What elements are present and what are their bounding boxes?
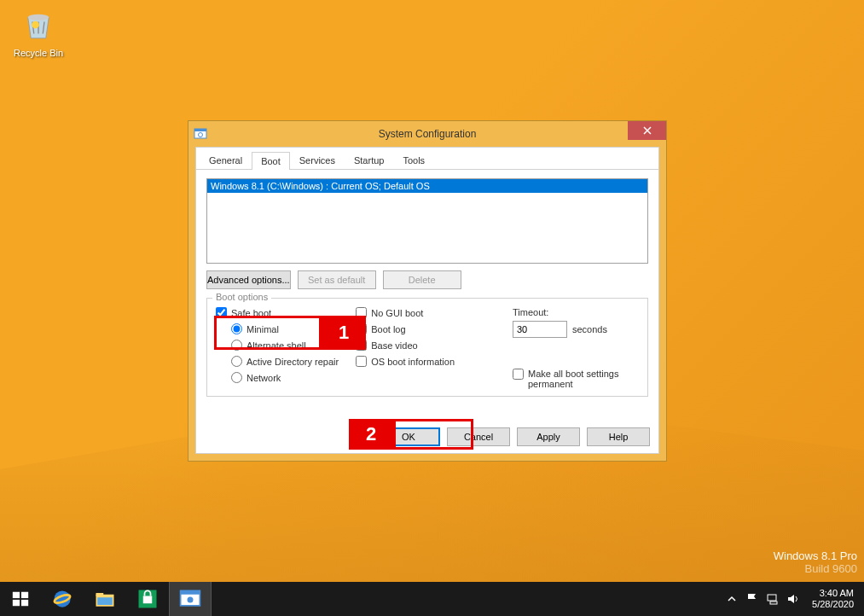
tab-general[interactable]: General (200, 151, 252, 169)
no-gui-boot-checkbox[interactable]: No GUI boot (356, 307, 455, 318)
boot-options-group: Boot options Safe boot Minimal Alternate… (206, 298, 648, 397)
store-icon (136, 587, 159, 611)
apply-button[interactable]: Apply (517, 427, 580, 446)
titlebar[interactable]: System Configuration (188, 121, 666, 147)
tab-boot[interactable]: Boot (252, 152, 290, 170)
taskbar: 3:40 AM 5/28/2020 (0, 582, 864, 616)
svg-rect-13 (97, 597, 113, 605)
file-explorer-icon (93, 587, 117, 611)
desktop-background: Recycle Bin Windows 8.1 Pro Build 9600 S… (0, 0, 864, 616)
os-listbox[interactable]: Windows 8.1 (C:\Windows) : Current OS; D… (206, 178, 648, 264)
svg-point-1 (32, 21, 39, 29)
svg-rect-15 (143, 596, 153, 604)
system-tray: 3:40 AM 5/28/2020 (725, 582, 864, 616)
svg-rect-8 (21, 600, 28, 606)
ad-repair-radio[interactable]: Active Directory repair (231, 356, 339, 367)
taskbar-ie[interactable] (41, 582, 84, 616)
tab-strip: General Boot Services Startup Tools (196, 148, 658, 170)
tray-flag-icon[interactable] (745, 592, 759, 606)
window-title: System Configuration (188, 128, 666, 140)
close-button[interactable] (628, 121, 666, 140)
svg-rect-6 (21, 592, 28, 598)
advanced-options-button[interactable]: Advanced options... (206, 270, 291, 289)
close-icon (643, 126, 652, 135)
svg-point-0 (28, 15, 49, 20)
taskbar-explorer[interactable] (84, 582, 126, 616)
svg-rect-12 (96, 593, 104, 596)
network-radio[interactable]: Network (231, 372, 339, 383)
svg-rect-20 (770, 601, 777, 604)
timeout-label: Timeout: (513, 307, 639, 317)
taskbar-msconfig[interactable] (169, 582, 212, 616)
svg-rect-7 (13, 600, 20, 606)
recycle-bin-label: Recycle Bin (13, 48, 64, 58)
svg-rect-17 (181, 590, 200, 594)
os-boot-info-checkbox[interactable]: OS boot information (356, 356, 455, 367)
os-list-item[interactable]: Windows 8.1 (C:\Windows) : Current OS; D… (207, 179, 647, 193)
make-permanent-checkbox[interactable]: Make all boot settings permanent (513, 369, 639, 389)
boot-options-label: Boot options (212, 292, 271, 302)
help-button[interactable]: Help (587, 427, 650, 446)
svg-rect-5 (13, 592, 20, 598)
svg-point-18 (188, 596, 194, 602)
seconds-label: seconds (572, 324, 607, 334)
tray-clock[interactable]: 3:40 AM 5/28/2020 (807, 588, 859, 610)
alternate-shell-radio[interactable]: Alternate shell (231, 340, 339, 351)
timeout-input[interactable] (513, 321, 567, 338)
delete-button: Delete (383, 270, 461, 289)
recycle-bin-icon[interactable]: Recycle Bin (13, 7, 64, 58)
start-button[interactable] (0, 582, 41, 616)
ok-button[interactable]: OK (377, 427, 440, 446)
tab-tools[interactable]: Tools (393, 151, 434, 169)
tab-startup[interactable]: Startup (345, 151, 393, 169)
set-as-default-button: Set as default (298, 270, 376, 289)
tray-chevron-icon[interactable] (725, 592, 739, 606)
msconfig-taskbar-icon (178, 587, 202, 611)
tab-services[interactable]: Services (290, 151, 345, 169)
system-configuration-window: System Configuration General Boot Servic… (188, 120, 667, 462)
safe-boot-checkbox[interactable]: Safe boot (216, 307, 339, 318)
tray-network-icon[interactable] (766, 592, 780, 606)
windows-logo-icon (11, 590, 30, 608)
desktop-watermark: Windows 8.1 Pro Build 9600 (774, 549, 857, 575)
minimal-radio[interactable]: Minimal (231, 323, 339, 334)
tray-volume-icon[interactable] (786, 592, 800, 606)
taskbar-store[interactable] (126, 582, 169, 616)
boot-log-checkbox[interactable]: Boot log (356, 323, 455, 334)
ie-icon (50, 587, 74, 611)
svg-rect-19 (768, 595, 776, 601)
base-video-checkbox[interactable]: Base video (356, 340, 455, 351)
cancel-button[interactable]: Cancel (447, 427, 510, 446)
